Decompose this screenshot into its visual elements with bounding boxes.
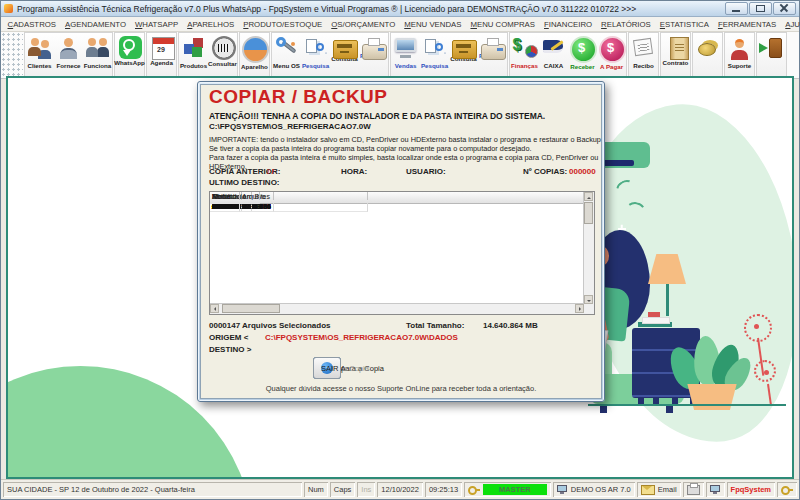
minimize-button[interactable]	[725, 2, 748, 15]
menu-item-label: FINANCEIRO	[544, 20, 592, 29]
toolbar-button-whatsapp[interactable]: WhatsApp	[115, 33, 144, 77]
toolbar-button-agenda[interactable]: Agenda	[147, 33, 176, 77]
exit-door-icon	[759, 35, 785, 61]
column-header-status[interactable]: Status	[210, 192, 260, 200]
menu-item-ajuda[interactable]: AJUDA	[781, 20, 800, 29]
drawer-icon	[333, 40, 358, 59]
toolbar-button-fornece[interactable]: Fornece	[54, 33, 83, 77]
employees-icon	[85, 35, 111, 61]
toolbar-button-vendas[interactable]: Vendas	[391, 33, 420, 77]
toolbar-group: Agenda	[146, 32, 177, 78]
toolbar-button-consultar[interactable]: Consultar	[208, 33, 237, 77]
toolbar-button-label: Aparelho	[241, 63, 268, 70]
scroll-left-icon[interactable]	[210, 304, 219, 313]
menu-item-estatistica[interactable]: ESTATISTICA	[655, 20, 713, 29]
vertical-scroll-thumb[interactable]	[584, 202, 593, 224]
sair-button[interactable]: SAIR	[313, 357, 341, 379]
toolbar-button-consulta[interactable]: Consulta	[330, 33, 359, 77]
status-email[interactable]: Email	[637, 482, 681, 497]
drawer-icon	[452, 40, 477, 59]
scroll-right-icon[interactable]	[575, 304, 584, 313]
support-icon	[727, 35, 753, 61]
toolbar-button-exit-door-icon[interactable]	[757, 33, 786, 77]
toolbar-button-aparelho[interactable]: Aparelho	[240, 33, 269, 77]
maximize-button[interactable]	[749, 2, 772, 15]
menu-item-label: WHATSAPP	[135, 20, 178, 29]
status-text: Caps	[334, 485, 352, 494]
dialog-heading: COPIAR / BACKUP	[209, 86, 388, 108]
status-text: FpqSystem	[731, 485, 771, 494]
menu-item-agendamento[interactable]: AGENDAMENTO	[61, 20, 131, 29]
illustration-floor-line	[588, 404, 786, 406]
dialog-footer-note: Qualquer dúvida acesse o nosso Suporte O…	[201, 384, 601, 393]
menu-item-cadastros[interactable]: CADASTROS	[3, 20, 61, 29]
vertical-scrollbar[interactable]	[583, 192, 594, 304]
destination-label: DESTINO >	[209, 345, 251, 354]
toolbar-button-produtos[interactable]: Produtos	[179, 33, 208, 77]
monitor-icon	[393, 35, 419, 61]
toolbar-button-label: WhatsApp	[114, 59, 145, 66]
toolbar-button-label: Recibo	[633, 62, 654, 69]
menu-item-aparelhos[interactable]: APARELHOS	[183, 20, 239, 29]
status-insert: Ins	[357, 482, 375, 497]
menu-item-ferramentas[interactable]: FERRAMENTAS	[713, 20, 780, 29]
status-text: 09:25:13	[429, 485, 458, 494]
toolbar-group: FinançasCAIXAReceberA Pagar	[509, 32, 627, 78]
menu-item-financeiro[interactable]: FINANCEIRO	[540, 20, 597, 29]
toolbar-button-finan-as[interactable]: Finanças	[510, 33, 539, 77]
scroll-up-icon[interactable]	[584, 192, 593, 201]
menu-item-relat-rios[interactable]: RELATÓRIOS	[597, 20, 656, 29]
toolbar-button-a-pagar[interactable]: A Pagar	[597, 33, 626, 77]
toolbar-button-receber[interactable]: Receber	[568, 33, 597, 77]
copies-count-value: 000000	[569, 167, 596, 176]
monitor-icon	[557, 485, 568, 494]
status-text: SUA CIDADE - SP 12 de Outubro de 2022 - …	[7, 485, 195, 494]
menu-item-menu-vendas[interactable]: MENU VENDAS	[400, 20, 466, 29]
toolbar-button-label: A Pagar	[600, 63, 623, 70]
menu-item-label: MENU COMPRAS	[470, 20, 535, 29]
toolbar-button-coins-icon[interactable]	[693, 33, 722, 77]
toolbar-button-menu-os[interactable]: Menu OS	[272, 33, 301, 77]
key-icon	[468, 486, 480, 494]
toolbar-button-caixa[interactable]: CAIXA	[539, 33, 568, 77]
scroll-down-icon[interactable]	[584, 295, 593, 304]
menu-item-os-or-amento[interactable]: OS/ORÇAMENTO	[327, 20, 400, 29]
status-user: MASTER	[464, 482, 551, 497]
status-printer	[683, 482, 704, 497]
toolbar-button-label: Pesquisa	[421, 62, 448, 69]
menu-item-menu-compras[interactable]: MENU COMPRAS	[466, 20, 540, 29]
report-icon	[481, 44, 506, 60]
horizontal-scroll-thumb[interactable]	[222, 304, 280, 313]
status-caps-lock: Caps	[330, 482, 356, 497]
toolbar-group: WhatsApp	[114, 32, 145, 78]
toolbar-button-recibo[interactable]: Recibo	[629, 33, 658, 77]
previous-copy-value: / /	[267, 167, 274, 176]
toolbar-group: ClientesForneceFunciona	[24, 32, 113, 78]
toolbar-button-label: Agenda	[150, 59, 173, 66]
close-button[interactable]	[773, 2, 796, 15]
table-body: 0000001ACESSO.CON16/12/20214.205A0000002…	[210, 203, 584, 304]
illustration-flower	[744, 314, 772, 342]
toolbar-button-pesquisa[interactable]: Pesquisa	[301, 33, 330, 77]
toolbar-button-funciona[interactable]: Funciona	[83, 33, 112, 77]
status-bar: SUA CIDADE - SP 12 de Outubro de 2022 - …	[1, 479, 799, 499]
menu-item-produto-estoque[interactable]: PRODUTO/ESTOQUE	[239, 20, 327, 29]
device-icon	[242, 36, 269, 63]
toolbar-button-pesquisa[interactable]: Pesquisa	[420, 33, 449, 77]
menu-item-whatsapp[interactable]: WHATSAPP	[130, 20, 182, 29]
toolbar-button-suporte[interactable]: Suporte	[725, 33, 754, 77]
toolbar-button-relat-rio[interactable]: Relatório	[478, 33, 507, 77]
toolbar-button-contrato[interactable]: Contrato	[661, 33, 690, 77]
illustration-lamp-pole	[666, 284, 669, 316]
toolbar-group: Contrato	[660, 32, 691, 78]
toolbar-group: Suporte	[724, 32, 755, 78]
toolbar-button-relat-rio[interactable]: Relatório	[359, 33, 388, 77]
toolbar-button-clientes[interactable]: Clientes	[25, 33, 54, 77]
horizontal-scrollbar[interactable]	[210, 303, 584, 314]
status-date: 12/10/2022	[377, 482, 423, 497]
toolbar-group: Recibo	[628, 32, 659, 78]
window-titlebar[interactable]: Programa Assistência Técnica Refrigeraçã…	[1, 1, 799, 17]
status-display	[706, 482, 725, 497]
toolbar-button-consulta[interactable]: Consulta	[449, 33, 478, 77]
finance-icon	[512, 35, 538, 61]
